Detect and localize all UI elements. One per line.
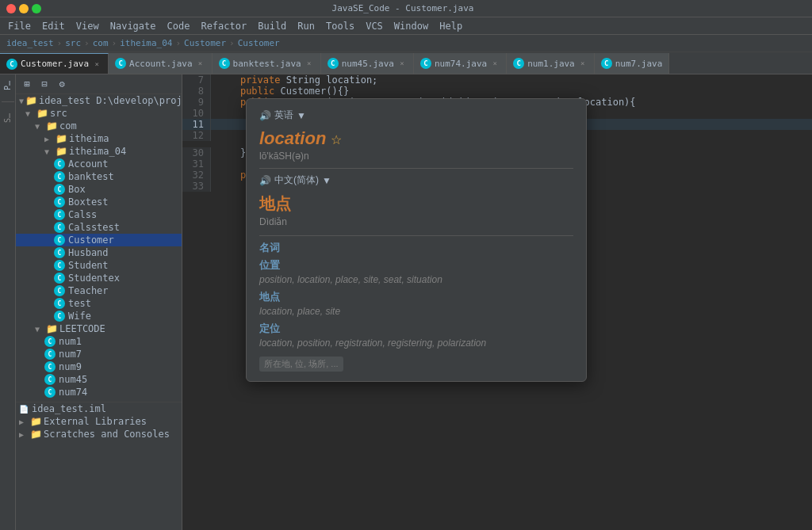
tree-label-com: com xyxy=(59,120,77,132)
tab-icon-num74: C xyxy=(420,58,431,69)
class-icon-teacher: C xyxy=(54,285,65,296)
tree-item-calsstest[interactable]: C Calsstest xyxy=(16,221,182,234)
menu-view[interactable]: View xyxy=(71,19,104,33)
class-icon-studentex: C xyxy=(54,273,65,284)
tab-label-num1: num1.java xyxy=(527,59,575,69)
maximize-button[interactable] xyxy=(32,4,41,13)
tree-item-com[interactable]: ▼ 📁 com xyxy=(16,120,182,132)
dropdown-icon-cn[interactable]: ▼ xyxy=(322,175,331,186)
tab-num45-java[interactable]: C num45.java × xyxy=(321,53,414,74)
tree-item-customer[interactable]: C Customer xyxy=(16,234,182,246)
left-tab-project[interactable]: P… xyxy=(2,78,13,93)
sidebar-scroll-btn[interactable]: ⊞ xyxy=(19,76,35,92)
tree-item-husband[interactable]: C Husband xyxy=(16,246,182,259)
tree-label-num74: num74 xyxy=(59,387,87,398)
tree-item-src[interactable]: ▼ 📁 src xyxy=(16,107,182,120)
menu-file[interactable]: File xyxy=(3,19,36,33)
class-icon-student: C xyxy=(54,260,65,271)
tree-label-num1: num1 xyxy=(59,336,82,347)
line-number-8: 8 xyxy=(182,86,211,97)
speaker-icon-cn[interactable]: 🔊 xyxy=(259,175,271,186)
menu-refactor[interactable]: Refactor xyxy=(196,19,251,33)
class-icon-test: C xyxy=(54,298,65,309)
tree-item-leetcode[interactable]: ▼ 📁 LEETCODE xyxy=(16,322,182,335)
tab-banktest-java[interactable]: C banktest.java × xyxy=(213,53,321,74)
window-controls[interactable] xyxy=(6,4,41,13)
tree-item-scratches[interactable]: ▶ 📁 Scratches and Consoles xyxy=(16,428,182,440)
dropdown-icon-en[interactable]: ▼ xyxy=(297,110,306,121)
tab-account-java[interactable]: C Account.java × xyxy=(109,53,212,74)
breadcrumb-itheima04[interactable]: itheima_04 xyxy=(120,38,172,48)
tree-item-itheima[interactable]: ▶ 📁 itheima xyxy=(16,132,182,145)
menu-tools[interactable]: Tools xyxy=(321,19,359,33)
tab-customer-java[interactable]: C Customer.java × xyxy=(0,53,109,74)
menu-build[interactable]: Build xyxy=(253,19,291,33)
tree-item-external-libs[interactable]: ▶ 📁 External Libraries xyxy=(16,415,182,428)
tab-close-account[interactable]: × xyxy=(196,59,205,68)
tab-close-num45[interactable]: × xyxy=(397,59,407,68)
tab-close-banktest[interactable]: × xyxy=(304,59,314,68)
tree-item-teacher[interactable]: C Teacher xyxy=(16,284,182,297)
tree-item-test[interactable]: C test xyxy=(16,297,182,310)
popup-more-link[interactable]: 所在地, 位, 场所, ... xyxy=(259,357,343,372)
line-content-8[interactable]: public Customer(){} xyxy=(211,86,812,97)
left-tab-structure[interactable]: S… xyxy=(2,110,13,126)
line-content-7[interactable]: private String location; xyxy=(211,74,812,86)
close-button[interactable] xyxy=(6,4,16,13)
breadcrumb-com[interactable]: com xyxy=(93,38,109,48)
menu-run[interactable]: Run xyxy=(293,19,320,33)
editor-area[interactable]: 7 private String location; 8 public Cust… xyxy=(182,74,812,530)
tree-label-account: Account xyxy=(68,158,109,170)
tree-item-iml[interactable]: 📄 idea_test.iml xyxy=(16,402,182,415)
tab-label-banktest: banktest.java xyxy=(233,59,301,69)
star-button[interactable]: ☆ xyxy=(331,132,342,147)
tree-item-num45[interactable]: C num45 xyxy=(16,373,182,386)
tree-item-calss[interactable]: C Calss xyxy=(16,208,182,221)
popup-target-lang[interactable]: 🔊 中文(简体) ▼ xyxy=(259,173,573,187)
minimize-button[interactable] xyxy=(19,4,29,13)
menu-help[interactable]: Help xyxy=(435,19,467,33)
line-number-32: 32 xyxy=(182,170,211,181)
tree-item-project-root[interactable]: ▼ 📁 idea_test D:\develop\proj xyxy=(16,94,182,107)
sidebar-tree: ▼ 📁 idea_test D:\develop\proj ▼ 📁 src ▼ … xyxy=(16,94,182,530)
popup-source-lang[interactable]: 🔊 英语 ▼ xyxy=(259,109,573,122)
tree-item-itheima04[interactable]: ▼ 📁 itheima_04 xyxy=(16,145,182,158)
tree-item-account[interactable]: C Account xyxy=(16,158,182,170)
tree-item-box[interactable]: C Box xyxy=(16,183,182,196)
class-icon-calss: C xyxy=(54,209,65,220)
breadcrumb-customer2[interactable]: Customer xyxy=(238,38,280,48)
tab-num74-java[interactable]: C num74.java × xyxy=(414,53,507,74)
tab-close-num74[interactable]: × xyxy=(490,59,500,68)
tab-num1-java[interactable]: C num1.java × xyxy=(507,53,595,74)
tree-item-num7[interactable]: C num7 xyxy=(16,348,182,360)
speaker-icon-en[interactable]: 🔊 xyxy=(259,110,271,121)
sidebar-settings-btn[interactable]: ⚙ xyxy=(54,76,70,92)
tree-label-root: idea_test D:\develop\proj xyxy=(39,95,182,106)
sidebar-collapse-btn[interactable]: ⊟ xyxy=(36,76,52,92)
breadcrumb-customer1[interactable]: Customer xyxy=(184,38,226,48)
breadcrumb-idea-test[interactable]: idea_test xyxy=(6,38,54,48)
tree-item-num1[interactable]: C num1 xyxy=(16,335,182,348)
leetcode-folder-icon: 📁 xyxy=(46,323,58,334)
tree-item-wife[interactable]: C Wife xyxy=(16,310,182,322)
tree-item-studentex[interactable]: C Studentex xyxy=(16,272,182,284)
tab-close-customer[interactable]: × xyxy=(92,59,102,69)
menu-code[interactable]: Code xyxy=(163,19,195,33)
tab-num7-java[interactable]: C num7.java xyxy=(595,53,670,74)
tree-label-student: Student xyxy=(68,260,109,271)
tree-item-student[interactable]: C Student xyxy=(16,259,182,272)
breadcrumb-src[interactable]: src xyxy=(65,38,81,48)
code-line-8: 8 public Customer(){} xyxy=(182,86,812,97)
tree-item-boxtest[interactable]: C Boxtest xyxy=(16,196,182,208)
tree-item-num74[interactable]: C num74 xyxy=(16,386,182,398)
menu-edit[interactable]: Edit xyxy=(37,19,70,33)
target-lang-label: 中文(简体) xyxy=(274,173,319,187)
tree-item-banktest[interactable]: C banktest xyxy=(16,170,182,183)
tab-close-num1[interactable]: × xyxy=(578,59,588,68)
menu-navigate[interactable]: Navigate xyxy=(105,19,161,33)
menu-vcs[interactable]: VCS xyxy=(361,19,388,33)
menu-window[interactable]: Window xyxy=(389,19,433,33)
tree-label-box: Box xyxy=(68,184,86,195)
tree-item-num9[interactable]: C num9 xyxy=(16,360,182,373)
tree-label-boxtest: Boxtest xyxy=(68,196,109,208)
